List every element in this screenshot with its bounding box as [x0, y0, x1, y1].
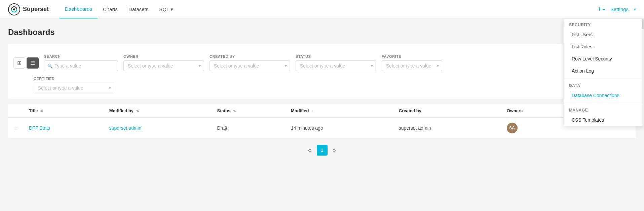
add-button[interactable]: + ▾ [598, 5, 605, 13]
superset-logo-icon [8, 3, 20, 15]
table-header-row: Title ⇅ Modified by ⇅ Status ⇅ Modified … [8, 104, 636, 118]
modified-by-sort-icon: ⇅ [136, 109, 139, 113]
pagination: « 1 » [8, 138, 636, 162]
col-star [8, 104, 24, 118]
certified-select-wrap: Select or type a value ▾ [34, 83, 114, 93]
svg-point-1 [13, 8, 15, 10]
search-icon: 🔍 [47, 64, 53, 69]
created-by-select-wrap: Select or type a value ▾ [210, 60, 290, 71]
dashboards-table: Title ⇅ Modified by ⇅ Status ⇅ Modified … [8, 104, 636, 138]
search-input[interactable] [44, 60, 118, 71]
database-connections-item[interactable]: Database Connections [564, 89, 644, 101]
modified-by-link[interactable]: superset admin [109, 125, 142, 131]
dashboards-table-container: Title ⇅ Modified by ⇅ Status ⇅ Modified … [8, 104, 636, 138]
owner-label: OWNER [123, 54, 204, 58]
col-status[interactable]: Status ⇅ [212, 104, 286, 118]
col-title[interactable]: Title ⇅ [24, 104, 104, 118]
table-row: ☆ DFF Stats superset admin Draft 14 minu… [8, 118, 636, 138]
dropdown-divider-2 [564, 103, 644, 103]
search-input-wrap: 🔍 [44, 60, 118, 71]
sql-chevron-icon: ▾ [171, 6, 173, 12]
scrollbar-track [642, 19, 644, 126]
status-select[interactable]: Select or type a value [296, 60, 376, 71]
list-users-item[interactable]: List Users [564, 29, 644, 41]
favorite-filter-group: FAVORITE Select or type a value ▾ [382, 54, 442, 71]
list-view-button[interactable]: ☰ [27, 57, 39, 69]
col-created-by: Created by [393, 104, 501, 118]
favorite-star-icon[interactable]: ☆ [13, 125, 18, 131]
avatar: SA [507, 123, 518, 133]
created-by-filter-group: CREATED BY Select or type a value ▾ [210, 54, 290, 71]
prev-page-button[interactable]: « [306, 146, 314, 155]
search-filter-group: SEARCH 🔍 [44, 54, 118, 71]
certified-select[interactable]: Select or type a value [34, 83, 114, 93]
main-content-area: Dashboards BULK SELECT ⊞ ☰ SEARCH 🔍 [0, 19, 644, 211]
col-modified-by[interactable]: Modified by ⇅ [104, 104, 212, 118]
page-header: Dashboards BULK SELECT [8, 27, 636, 37]
modified-sort-icon: ↓ [311, 109, 313, 113]
favorite-select-wrap: Select or type a value ▾ [382, 60, 442, 71]
view-toggle: ⊞ ☰ [13, 57, 39, 69]
settings-chevron-icon: ▾ [634, 7, 636, 12]
dashboard-title-link[interactable]: DFF Stats [29, 125, 50, 131]
dropdown-divider-1 [564, 78, 644, 79]
nav-charts[interactable]: Charts [98, 0, 123, 18]
page-title: Dashboards [8, 28, 55, 37]
certified-label: CERTIFIED [34, 77, 114, 81]
settings-button[interactable]: Settings [610, 6, 629, 12]
created-by-cell: superset admin [393, 118, 501, 138]
search-label: SEARCH [44, 54, 118, 58]
security-section-title: Security [564, 19, 644, 29]
nav-links: Dashboards Charts Datasets SQL ▾ [60, 0, 598, 18]
nav-sql[interactable]: SQL ▾ [154, 0, 179, 18]
nav-datasets[interactable]: Datasets [123, 0, 154, 18]
current-page[interactable]: 1 [317, 145, 328, 156]
list-roles-item[interactable]: List Roles [564, 41, 644, 53]
favorite-select[interactable]: Select or type a value [382, 60, 442, 71]
nav-right: + ▾ Settings ▾ [598, 5, 636, 13]
nav-dashboards[interactable]: Dashboards [60, 0, 98, 18]
data-section-title: Data [564, 80, 644, 89]
action-log-item[interactable]: Action Log [564, 65, 644, 77]
status-cell: Draft [212, 118, 286, 138]
css-templates-item[interactable]: CSS Templates [564, 114, 644, 126]
manage-section-title: Manage [564, 104, 644, 114]
status-sort-icon: ⇅ [233, 109, 236, 113]
row-level-security-item[interactable]: Row Level Security [564, 53, 644, 65]
col-owners: Owners [501, 104, 569, 118]
next-page-button[interactable]: » [330, 146, 339, 155]
owner-select-wrap: Select or type a value ▾ [123, 60, 204, 71]
created-by-label: CREATED BY [210, 54, 290, 58]
scrollbar-thumb[interactable] [642, 19, 644, 29]
navbar: Superset Dashboards Charts Datasets SQL … [0, 0, 644, 19]
title-cell: DFF Stats [24, 118, 104, 138]
owners-cell: SA [501, 118, 569, 138]
status-select-wrap: Select or type a value ▾ [296, 60, 376, 71]
created-by-select[interactable]: Select or type a value [210, 60, 290, 71]
settings-dropdown: Security List Users List Roles Row Level… [563, 19, 644, 126]
owner-select[interactable]: Select or type a value [123, 60, 204, 71]
modified-by-cell: superset admin [104, 118, 212, 138]
owner-filter-group: OWNER Select or type a value ▾ [123, 54, 204, 71]
col-modified[interactable]: Modified ↓ [286, 104, 393, 118]
filters-row-1: ⊞ ☰ SEARCH 🔍 OWNER Select or type a valu… [13, 49, 631, 71]
filters-row-2: CERTIFIED Select or type a value ▾ [13, 77, 631, 93]
star-cell[interactable]: ☆ [8, 118, 24, 138]
favorite-label: FAVORITE [382, 54, 442, 58]
modified-cell: 14 minutes ago [286, 118, 393, 138]
logo-text: Superset [23, 6, 49, 13]
grid-view-button[interactable]: ⊞ [13, 57, 25, 69]
filters-section: ⊞ ☰ SEARCH 🔍 OWNER Select or type a valu… [8, 44, 636, 99]
status-label: STATUS [296, 54, 376, 58]
status-filter-group: STATUS Select or type a value ▾ [296, 54, 376, 71]
logo: Superset [8, 3, 49, 15]
view-toggle-group: ⊞ ☰ [13, 49, 39, 71]
certified-filter-group: CERTIFIED Select or type a value ▾ [34, 77, 114, 93]
plus-chevron-icon: ▾ [603, 7, 605, 12]
title-sort-icon: ⇅ [40, 109, 43, 113]
